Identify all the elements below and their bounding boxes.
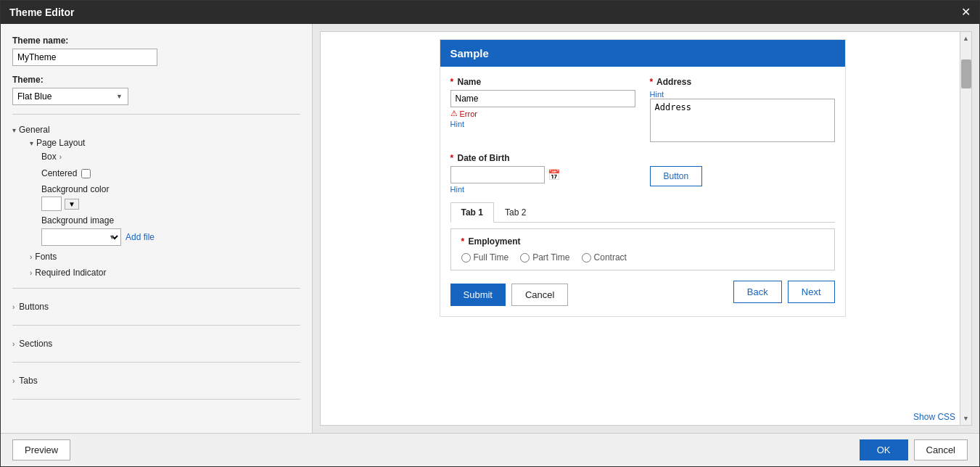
part-time-label: Part Time [532,252,569,263]
form-nav-buttons: Back Next [733,281,835,303]
bg-image-item: Background image Add file [41,215,300,246]
show-css-label: Show CSS [913,412,955,422]
theme-name-input[interactable] [12,49,157,66]
back-button[interactable]: Back [733,281,782,303]
page-layout-toggle[interactable]: ▾ Page Layout [30,136,300,149]
tab-2[interactable]: Tab 2 [494,202,537,222]
scrollbar[interactable]: ▲ ▼ [960,32,971,409]
bg-image-row: Add file [41,228,300,246]
sections-arrow-icon: › [12,340,15,348]
form-row-2: * Date of Birth 📅 Hint [450,153,835,194]
divider-1 [12,114,300,115]
general-section: ▾ General ▾ Page Layout Box › [12,123,300,279]
full-time-radio[interactable] [461,253,471,263]
theme-select[interactable]: Flat Blue Classic Modern [12,88,128,105]
contract-option[interactable]: Contract [582,252,627,263]
sample-header: Sample [440,40,845,67]
address-textarea[interactable]: Address [650,99,835,142]
tab-1[interactable]: Tab 1 [450,202,494,223]
bg-color-dropdown-btn[interactable]: ▼ [65,199,79,210]
date-row: 📅 [450,166,635,183]
ok-button[interactable]: OK [860,439,908,460]
address-field-label: * Address [650,77,835,87]
bg-color-swatch-wrapper: ▼ [41,197,300,211]
required-indicator-arrow-icon: › [30,269,32,277]
fonts-label: Fonts [35,252,57,262]
bg-image-select[interactable] [41,228,121,246]
theme-name-label: Theme name: [12,36,300,46]
contract-label: Contract [594,252,627,263]
scrollbar-thumb[interactable] [961,59,971,88]
required-indicator-toggle[interactable]: › Required Indicator [30,266,300,279]
scrollbar-track [960,88,971,409]
theme-name-section: Theme name: [12,36,300,66]
error-label: Error [460,109,477,118]
dialog-titlebar: Theme Editor ✕ [1,1,979,24]
centered-checkbox[interactable] [81,169,91,178]
bg-color-swatch[interactable] [41,197,62,211]
footer-left: Preview [12,439,70,460]
box-label: Box [41,152,57,162]
scroll-up-arrow[interactable]: ▲ [960,32,971,45]
tabs-arrow-icon: › [12,377,15,385]
part-time-radio[interactable] [520,253,530,263]
box-item[interactable]: Box › [41,149,300,164]
general-label: General [19,125,50,135]
tabs-bar: Tab 1 Tab 2 [450,202,835,223]
theme-select-wrapper: Flat Blue Classic Modern [12,88,128,105]
full-time-label: Full Time [474,252,509,263]
general-section-toggle[interactable]: ▾ General [12,123,300,136]
tabs-toggle[interactable]: › Tabs [12,371,300,390]
divider-5 [12,399,300,400]
left-panel: Theme name: Theme: Flat Blue Classic Mod… [1,24,313,433]
next-button[interactable]: Next [788,281,835,303]
page-layout-children: Box › Centered Background color [41,149,300,246]
buttons-toggle[interactable]: › Buttons [12,297,300,316]
form-actions-row: Submit Cancel Back Next [450,278,835,306]
general-children: ▾ Page Layout Box › Centered [24,136,300,279]
contract-radio[interactable] [582,253,591,263]
dialog-body: Theme name: Theme: Flat Blue Classic Mod… [1,24,979,433]
form-button[interactable]: Button [650,166,703,186]
name-label: Name [458,77,482,87]
sample-form: Sample * Name [440,39,846,317]
address-required-star: * [650,77,654,87]
footer-right: OK Cancel [860,439,968,460]
part-time-option[interactable]: Part Time [520,252,569,263]
dialog-title: Theme Editor [9,7,74,18]
close-button[interactable]: ✕ [961,7,971,18]
preview-inner: Sample * Name [321,32,971,409]
cancel-button[interactable]: Cancel [511,284,568,306]
centered-label: Centered [41,168,77,178]
employment-section: * Employment Full Time [450,228,835,270]
centered-item: Centered [41,167,300,180]
form-actions-left: Submit Cancel [450,284,569,306]
submit-button[interactable]: Submit [450,284,506,306]
show-css-row[interactable]: Show CSS ▼ [321,409,971,425]
employment-text: Employment [469,236,521,247]
employment-label: * Employment [461,236,824,247]
preview-button[interactable]: Preview [12,439,70,460]
page-layout-arrow-icon: ▾ [30,139,33,147]
fonts-toggle[interactable]: › Fonts [30,250,300,263]
dob-col: * Date of Birth 📅 Hint [450,153,635,194]
bg-image-select-wrapper [41,228,121,246]
address-hint-above: Hint [650,90,835,99]
bg-image-label: Background image [41,215,300,226]
dob-input[interactable] [450,166,545,183]
bg-color-label: Background color [41,184,300,194]
add-file-link[interactable]: Add file [125,232,155,242]
full-time-option[interactable]: Full Time [461,252,509,263]
theme-label: Theme: [12,75,300,85]
theme-editor-dialog: Theme Editor ✕ Theme name: Theme: Flat B… [0,0,980,467]
cancel-footer-button[interactable]: Cancel [914,439,968,460]
general-arrow-icon: ▾ [12,126,16,134]
name-col: * Name ⚠ Error Hint [450,77,635,144]
dialog-footer: Preview OK Cancel [1,433,979,466]
calendar-icon[interactable]: 📅 [548,169,560,181]
name-hint: Hint [450,120,635,128]
address-col: * Address Hint Address [650,77,835,144]
tabs-label: Tabs [19,376,37,386]
name-input[interactable] [450,90,635,107]
sections-toggle[interactable]: › Sections [12,334,300,353]
